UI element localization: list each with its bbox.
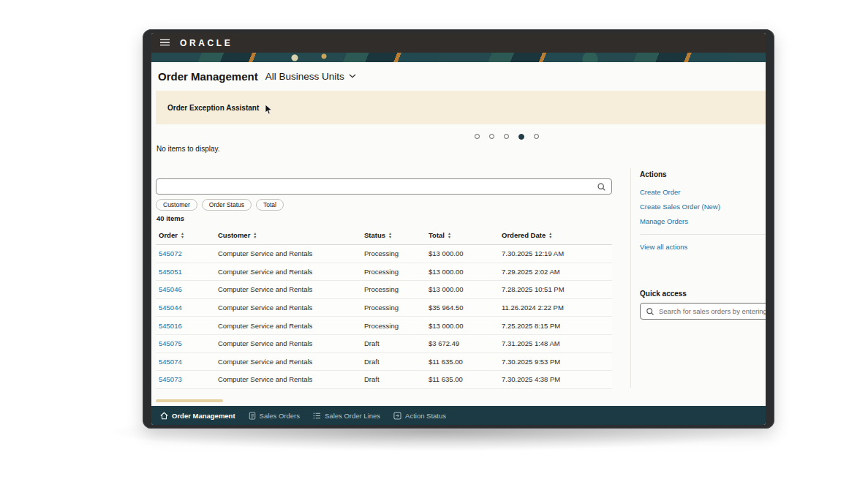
order-link[interactable]: 545072 [159,249,182,257]
status-cell: Processing [364,268,429,276]
table-row[interactable]: 545051 Computer Service and Rentals Proc… [156,263,612,282]
orders-search-input[interactable] [156,179,611,194]
carousel-dot-5[interactable] [534,134,539,139]
search-icon [646,307,654,316]
customer-cell: Computer Service and Rentals [218,304,364,312]
customer-cell: Computer Service and Rentals [218,358,364,366]
status-cell: Draft [364,375,429,383]
nav-label: Sales Orders [260,412,300,420]
manage-orders-link[interactable]: Manage Orders [640,217,688,225]
carousel-dots [475,133,539,140]
filter-chip-customer[interactable]: Customer [156,199,197,211]
items-count: 40 items [156,214,184,222]
hamburger-menu-button[interactable] [160,39,170,48]
page-header: Order Management All Business Units [151,62,766,90]
status-cell: Draft [364,339,429,347]
order-link[interactable]: 545016 [159,322,182,330]
total-cell: $13 000.00 [429,285,502,293]
table-row[interactable]: 545075 Computer Service and Rentals Draf… [156,335,612,353]
total-cell: $13 000.00 [429,268,502,276]
column-header-total[interactable]: Total▴▾ [429,231,502,239]
orders-search-box [156,178,612,195]
table-row[interactable]: 545074 Computer Service and Rentals Draf… [156,353,612,372]
sort-icon: ▴▾ [389,232,391,239]
column-header-order[interactable]: Order▴▾ [156,231,218,239]
actions-title: Actions [640,170,667,178]
table-row[interactable]: 545016 Computer Service and Rentals Proc… [156,317,612,335]
status-cell: Processing [364,322,429,330]
nav-item-sales-order-lines[interactable]: Sales Order Lines [313,412,380,420]
column-header-status[interactable]: Status▴▾ [364,231,429,239]
bottom-navigation: Order Management Sales Orders [151,406,766,425]
business-unit-selector[interactable]: All Business Units [265,71,356,82]
filter-chips: Customer Order Status Total [156,199,284,211]
table-row[interactable]: 545044 Computer Service and Rentals Proc… [156,299,612,317]
column-label: Total [429,231,445,239]
view-all-actions-link[interactable]: View all actions [640,243,687,251]
total-cell: $35 964.50 [429,304,502,312]
search-icon[interactable] [597,182,606,192]
actions-separator [640,234,766,235]
column-header-customer[interactable]: Customer▴▾ [218,231,364,239]
nav-item-order-management[interactable]: Order Management [160,412,235,420]
nav-label: Sales Order Lines [325,412,380,420]
column-label: Order [159,231,178,239]
order-link[interactable]: 545075 [159,339,182,347]
actions-panel: Actions Create Order Create Sales Order … [640,170,766,346]
table-row[interactable]: 545073 Computer Service and Rentals Draf… [156,371,612,389]
nav-item-action-status[interactable]: Action Status [393,412,446,420]
page-background: ORACLE Order Management All Business Uni… [0,0,868,490]
nav-item-sales-orders[interactable]: Sales Orders [249,412,300,420]
column-header-ordered-date[interactable]: Ordered Date▴▾ [502,231,609,239]
horizontal-scrollbar-thumb[interactable] [156,399,223,402]
banner-artwork [151,53,766,62]
customer-cell: Computer Service and Rentals [218,268,364,276]
top-bar: ORACLE [151,33,766,53]
order-link[interactable]: 545073 [159,375,182,383]
create-order-link[interactable]: Create Order [640,188,680,196]
oracle-logo: ORACLE [180,38,233,48]
status-cell: Processing [364,249,429,257]
order-link[interactable]: 545051 [159,268,182,276]
quick-access-search-input[interactable] [659,307,766,315]
table-row[interactable]: 545072 Computer Service and Rentals Proc… [156,245,612,263]
customer-cell: Computer Service and Rentals [218,249,364,257]
sort-icon: ▴▾ [254,232,256,239]
empty-state-message: No items to display. [156,145,220,153]
quick-access-title: Quick access [640,290,687,298]
carousel-dot-1[interactable] [475,134,480,139]
carousel-dot-4-active[interactable] [518,134,524,140]
carousel-dot-2[interactable] [489,134,494,139]
order-link[interactable]: 545044 [159,304,182,312]
quick-access-search-box [640,303,766,320]
date-cell: 7.28.2025 10:51 PM [502,285,609,293]
order-link[interactable]: 545046 [159,285,182,293]
column-label: Customer [218,231,250,239]
page-title: Order Management [158,70,258,83]
carousel-dot-3[interactable] [504,134,509,139]
panel-divider [630,168,631,388]
nav-label: Action Status [405,412,446,420]
order-link[interactable]: 545074 [159,358,182,366]
filter-chip-order-status[interactable]: Order Status [202,199,252,211]
table-row[interactable]: 545046 Computer Service and Rentals Proc… [156,281,612,299]
sort-icon: ▴▾ [448,232,450,239]
date-cell: 7.30.2025 9:53 PM [502,358,609,366]
order-exception-assistant-card[interactable]: Order Exception Assistant [156,91,766,124]
sort-icon: ▴▾ [549,232,551,239]
create-sales-order-new-link[interactable]: Create Sales Order (New) [640,203,720,211]
date-cell: 7.29.2025 2:02 AM [502,268,609,276]
date-cell: 7.31.2025 1:48 AM [502,339,609,347]
total-cell: $11 635.00 [429,358,502,366]
customer-cell: Computer Service and Rentals [218,339,364,347]
total-cell: $13 000.00 [429,249,502,257]
column-label: Ordered Date [502,231,546,239]
date-cell: 7.30.2025 12:19 AM [502,249,609,257]
sales-order-lines-icon [313,412,321,420]
status-cell: Draft [364,358,429,366]
filter-chip-total[interactable]: Total [256,199,284,211]
home-icon [160,412,168,420]
customer-cell: Computer Service and Rentals [218,285,364,293]
business-unit-label: All Business Units [265,71,344,82]
status-cell: Processing [364,285,429,293]
